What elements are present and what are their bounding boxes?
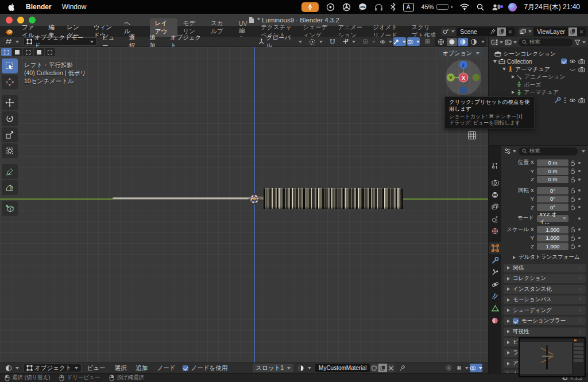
menubar-item-window[interactable]: Window xyxy=(62,3,87,11)
section-motion-paths[interactable]: モーションパス≡ xyxy=(504,295,586,304)
tab-physics[interactable] xyxy=(489,278,501,290)
use-nodes-toggle[interactable]: ノードを使用 xyxy=(183,364,227,372)
outliner-row-pose[interactable]: ポーズ xyxy=(489,81,588,89)
tool-add-cube[interactable] xyxy=(2,201,18,216)
tab-output[interactable] xyxy=(489,189,501,201)
lock-icon[interactable] xyxy=(568,168,577,174)
rotation-z-field[interactable]: 0° xyxy=(537,204,568,211)
tool-transform[interactable] xyxy=(2,143,18,158)
lock-icon[interactable] xyxy=(568,227,577,232)
tool-move[interactable] xyxy=(2,95,18,110)
tab-constraints[interactable] xyxy=(489,266,501,278)
tab-tool[interactable] xyxy=(489,159,501,171)
scale-x-field[interactable]: 1.000 xyxy=(537,226,568,233)
expand-icon[interactable] xyxy=(493,60,497,63)
material-slot-selector[interactable]: スロット1 xyxy=(253,364,293,372)
section-visibility[interactable]: 可視性≡ xyxy=(504,328,586,336)
xray-toggle[interactable] xyxy=(421,37,434,46)
pin-icon[interactable] xyxy=(400,365,405,371)
blender-logo-icon[interactable] xyxy=(5,28,13,36)
animate-dot[interactable] xyxy=(577,217,582,220)
scale-y-field[interactable]: 1.000 xyxy=(537,235,568,242)
tab-object-data[interactable] xyxy=(489,302,501,314)
outliner-editor-type-button[interactable] xyxy=(491,39,503,45)
location-x-field[interactable]: 0 m xyxy=(537,159,568,167)
animate-dot[interactable] xyxy=(577,237,582,239)
lock-icon[interactable] xyxy=(568,243,577,249)
shader-menu-select[interactable]: 選択 xyxy=(110,364,130,372)
eye-closed-icon[interactable] xyxy=(569,67,576,72)
eye-icon[interactable] xyxy=(569,59,576,64)
tool-rotate[interactable] xyxy=(2,111,18,126)
wrench-icon[interactable] xyxy=(554,97,561,103)
outliner-row-armature-data[interactable]: アーマチュア xyxy=(489,89,588,97)
expand-icon[interactable] xyxy=(512,91,514,94)
section-collections[interactable]: コレクション≡ xyxy=(504,274,586,283)
outliner-display-mode-button[interactable] xyxy=(505,40,517,45)
mic-icon[interactable] xyxy=(301,2,319,12)
mesh-textured-band[interactable] xyxy=(264,188,403,209)
expand-icon[interactable] xyxy=(502,68,506,71)
tool-cursor[interactable] xyxy=(2,75,18,89)
scene-unlink-button[interactable] xyxy=(506,30,514,34)
camera-icon[interactable] xyxy=(578,67,585,72)
section-delta-transform[interactable]: デルタトランスフォーム xyxy=(509,253,586,262)
outliner-row-collection[interactable]: Collection xyxy=(489,58,588,66)
mode-selector[interactable]: オブジェクトモード xyxy=(23,37,97,46)
shading-material-preview-button[interactable] xyxy=(458,38,468,46)
camera-icon[interactable] xyxy=(578,98,585,103)
navigation-gizmo[interactable]: Z Y X xyxy=(444,59,482,96)
tab-view-layer[interactable] xyxy=(489,201,501,213)
pin-icon[interactable] xyxy=(489,29,497,34)
headphones-icon[interactable] xyxy=(374,3,383,11)
shader-menu-view[interactable]: ビュー xyxy=(83,364,109,372)
tool-select-box[interactable] xyxy=(2,59,18,73)
material-name-field[interactable]: MyCustomMaterial xyxy=(315,365,370,371)
perspective-toggle-button[interactable] xyxy=(467,131,477,140)
chevron-down-icon[interactable] xyxy=(582,150,585,153)
use-nodes-checkbox[interactable] xyxy=(183,365,188,371)
animate-dot[interactable] xyxy=(577,228,582,231)
eye-icon[interactable] xyxy=(569,98,576,103)
animate-dot[interactable] xyxy=(577,206,582,208)
snap-target-selector[interactable] xyxy=(339,38,358,45)
animate-dot[interactable] xyxy=(577,162,582,164)
select-invert-button[interactable] xyxy=(34,48,44,56)
object-visibility-dropdown[interactable] xyxy=(380,37,392,46)
shading-wireframe-button[interactable] xyxy=(436,38,446,46)
record-circle-icon[interactable] xyxy=(326,3,335,11)
lock-icon[interactable] xyxy=(568,196,577,202)
tab-scene[interactable] xyxy=(489,213,501,225)
tab-object[interactable] xyxy=(489,242,501,254)
lock-icon[interactable] xyxy=(568,177,577,182)
battery-indicator[interactable]: 45% xyxy=(421,3,452,10)
siri-icon[interactable] xyxy=(508,3,517,11)
location-y-field[interactable]: 0 m xyxy=(537,167,568,175)
menubar-app-name[interactable]: Blender xyxy=(26,3,52,11)
collection-checkbox[interactable] xyxy=(561,59,567,64)
wheel-icon[interactable] xyxy=(342,3,351,11)
shader-overlays-toggle[interactable] xyxy=(470,364,482,372)
input-source-a[interactable]: A xyxy=(403,3,414,11)
section-instancing[interactable]: インスタンス化≡ xyxy=(504,285,586,294)
material-unlink-button[interactable] xyxy=(387,364,395,372)
shader-snap-target[interactable] xyxy=(456,364,469,372)
select-subtract-button[interactable] xyxy=(23,48,33,56)
shader-editor-type-button[interactable] xyxy=(2,364,22,372)
expand-icon[interactable] xyxy=(512,75,514,79)
tab-render[interactable] xyxy=(489,177,501,189)
snap-toggle[interactable] xyxy=(327,38,338,45)
section-shading[interactable]: シェーディング≡ xyxy=(504,306,586,315)
viewport-3d[interactable]: レフト・平行投影 (40) Collection | 低ポリ 10センチメートル… xyxy=(0,47,488,362)
material-browse-button[interactable] xyxy=(295,364,314,372)
scene-new-button[interactable] xyxy=(497,28,506,36)
rotation-y-field[interactable]: 0° xyxy=(537,196,568,203)
properties-search-input[interactable]: 検索 xyxy=(519,147,578,155)
lock-icon[interactable] xyxy=(568,235,577,241)
shader-type-selector[interactable]: オブジェクト xyxy=(23,364,82,372)
scene-browse-button[interactable] xyxy=(441,28,457,36)
animate-dot[interactable] xyxy=(577,198,582,200)
outliner-row-armature-object[interactable]: アーマチュア xyxy=(489,65,588,73)
viewlayer-name-field[interactable]: ViewLayer xyxy=(533,28,568,35)
bluetooth-icon[interactable] xyxy=(390,3,396,11)
